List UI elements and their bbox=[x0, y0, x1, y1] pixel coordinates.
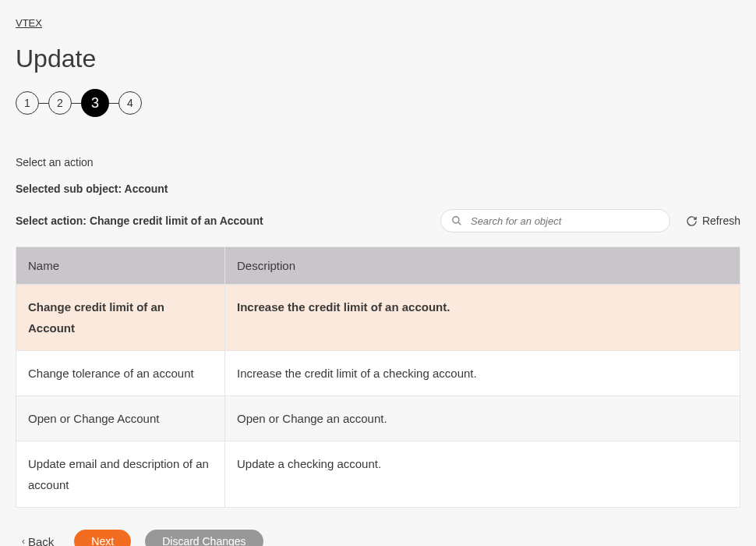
breadcrumb[interactable]: VTEX bbox=[16, 17, 42, 29]
table-header-name: Name bbox=[16, 247, 225, 285]
table-row[interactable]: Open or Change Account Open or Change an… bbox=[16, 396, 740, 441]
back-label: Back bbox=[28, 535, 54, 547]
page-title: Update bbox=[16, 44, 740, 73]
step-2[interactable]: 2 bbox=[48, 91, 72, 115]
svg-point-0 bbox=[453, 217, 459, 223]
search-icon bbox=[451, 215, 462, 226]
back-button[interactable]: ‹ Back bbox=[22, 535, 54, 547]
table-cell-description: Open or Change an account. bbox=[225, 396, 740, 441]
actions-table: Name Description Change credit limit of … bbox=[16, 246, 740, 508]
table-cell-description: Increase the credit limit of a checking … bbox=[225, 351, 740, 396]
svg-line-1 bbox=[458, 222, 461, 225]
subobject-label: Selected sub object: Account bbox=[16, 183, 740, 195]
discard-button[interactable]: Discard Changes bbox=[145, 530, 263, 546]
table-row[interactable]: Change tolerance of an account Increase … bbox=[16, 351, 740, 396]
table-cell-description: Increase the credit limit of an account. bbox=[225, 285, 740, 351]
table-cell-description: Update a checking account. bbox=[225, 441, 740, 508]
step-1[interactable]: 1 bbox=[16, 91, 39, 115]
refresh-icon bbox=[686, 215, 698, 227]
step-connector bbox=[109, 103, 118, 104]
table-header-description: Description bbox=[225, 247, 740, 285]
chevron-left-icon: ‹ bbox=[22, 536, 25, 546]
search-input[interactable] bbox=[440, 209, 670, 232]
next-button[interactable]: Next bbox=[74, 530, 131, 546]
step-3[interactable]: 3 bbox=[81, 89, 109, 117]
table-row[interactable]: Update email and description of an accou… bbox=[16, 441, 740, 508]
table-cell-name: Open or Change Account bbox=[16, 396, 225, 441]
step-4[interactable]: 4 bbox=[118, 91, 142, 115]
stepper: 1 2 3 4 bbox=[16, 89, 740, 117]
action-label: Select action: Change credit limit of an… bbox=[16, 214, 263, 227]
section-label: Select an action bbox=[16, 156, 740, 168]
table-cell-name: Change tolerance of an account bbox=[16, 351, 225, 396]
table-cell-name: Update email and description of an accou… bbox=[16, 441, 225, 508]
refresh-label: Refresh bbox=[702, 214, 740, 227]
table-cell-name: Change credit limit of an Account bbox=[16, 285, 225, 351]
refresh-button[interactable]: Refresh bbox=[686, 214, 740, 227]
step-connector bbox=[72, 103, 81, 104]
footer-actions: ‹ Back Next Discard Changes bbox=[16, 530, 740, 546]
search-wrapper bbox=[440, 209, 670, 232]
step-connector bbox=[39, 103, 48, 104]
table-row[interactable]: Change credit limit of an Account Increa… bbox=[16, 285, 740, 351]
